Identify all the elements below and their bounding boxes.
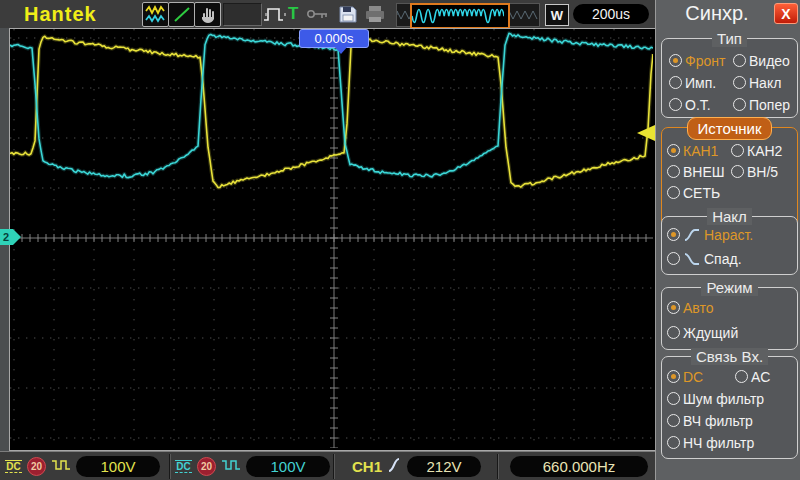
group-title-source: Источник (687, 117, 771, 140)
radio-circle-icon (667, 392, 680, 405)
close-button[interactable]: X (774, 3, 798, 24)
trigger-mode-group: РежимАвтоЖдущий (661, 287, 798, 350)
radio-AC[interactable]: AC (735, 367, 770, 386)
radio-label: Шум фильтр (683, 391, 764, 407)
radio-label: ВЧ фильтр (683, 413, 753, 429)
radio-СЕТЬ[interactable]: СЕТЬ (667, 183, 720, 202)
radio-label: НЧ фильтр (683, 435, 754, 451)
timebase-readout[interactable]: 200us (573, 4, 649, 24)
radio-Видео[interactable]: Видео (733, 51, 790, 70)
ch2-probe-20x-badge: 20 (197, 457, 216, 476)
radio-DC[interactable]: DC (667, 367, 703, 386)
radio-circle-icon (667, 301, 680, 314)
radio-circle-icon (669, 54, 682, 67)
radio-Попер[interactable]: Попер (733, 95, 790, 114)
radio-Нараст.[interactable]: Нараст. (667, 225, 753, 244)
radio-О.Т.[interactable]: О.Т. (669, 95, 711, 114)
radio-Авто[interactable]: Авто (667, 298, 714, 317)
radio-circle-icon (731, 144, 744, 157)
top-toolbar: Hantek (0, 0, 655, 28)
radio-label: СЕТЬ (683, 185, 720, 201)
trigger-t-icon[interactable]: T (288, 2, 298, 25)
radio-circle-icon (731, 165, 744, 178)
radio-label: AC (751, 369, 770, 385)
radio-circle-icon (667, 370, 680, 383)
radio-circle-icon (667, 436, 680, 449)
ch2-bandwidth-icon (221, 458, 241, 476)
radio-circle-icon (669, 98, 682, 111)
radio-Имп.[interactable]: Имп. (669, 73, 716, 92)
frequency-readout[interactable]: 660.000Hz (510, 456, 648, 477)
radio-circle-icon (733, 98, 746, 111)
radio-label: Авто (683, 300, 714, 316)
trigger-position-pointer-icon (334, 46, 348, 54)
rising-edge-icon (683, 228, 701, 242)
ch2-dc-coupling-icon: DC (175, 460, 192, 473)
hand-icon[interactable] (194, 2, 221, 27)
radio-Фронт[interactable]: Фронт (669, 51, 725, 70)
scope-screen (9, 28, 656, 451)
radio-circle-icon (733, 76, 746, 89)
radio-circle-icon (667, 326, 680, 339)
radio-Накл[interactable]: Накл (733, 73, 781, 92)
radio-Спад.[interactable]: Спад. (667, 249, 742, 268)
radio-circle-icon (733, 54, 746, 67)
frequency-status: 660.000Hz (510, 452, 648, 480)
pulse-width-icon[interactable] (262, 2, 288, 25)
oscilloscope-ui: Hantek (0, 0, 800, 480)
input-coupling-group: Связь Вх.DCACШум фильтрВЧ фильтрНЧ фильт… (661, 356, 798, 459)
radio-label: ВНЕШ (683, 164, 725, 180)
panel-title: Синхр. (662, 2, 772, 25)
rising-edge-icon (387, 456, 402, 477)
group-title: Режим (701, 279, 757, 296)
radio-ВН/5[interactable]: ВН/5 (731, 162, 778, 181)
radio-circle-icon (667, 414, 680, 427)
trigger-menu-panel: Синхр. X ТипФронтВидеоИмп.НаклО.Т.Попер … (655, 0, 800, 480)
radio-label: Видео (749, 53, 790, 69)
radio-Ждущий[interactable]: Ждущий (667, 323, 738, 342)
radio-circle-icon (667, 186, 680, 199)
radio-КАН1[interactable]: КАН1 (667, 141, 718, 160)
radio-circle-icon (667, 228, 680, 241)
waveform-preview[interactable] (396, 3, 540, 27)
ch1-bandwidth-icon (51, 458, 71, 476)
preview-wave-icon (412, 7, 504, 25)
falling-edge-icon (683, 252, 701, 266)
save-floppy-icon[interactable] (338, 2, 358, 25)
trigger-level-readout[interactable]: 212V (407, 456, 481, 477)
radio-label: Спад. (704, 251, 742, 267)
radio-КАН2[interactable]: КАН2 (731, 141, 782, 160)
preview-selection-window[interactable] (410, 3, 510, 29)
radio-label: КАН1 (683, 143, 718, 159)
radio-label: Попер (749, 97, 790, 113)
radio-circle-icon (735, 370, 748, 383)
ch1-status: DC 20 100V (5, 452, 160, 480)
cursor-line-icon[interactable] (168, 2, 195, 27)
ch2-scale-readout[interactable]: 100V (246, 456, 330, 477)
radio-circle-icon (669, 76, 682, 89)
radio-ВЧ фильтр[interactable]: ВЧ фильтр (667, 411, 753, 430)
radio-Шум фильтр[interactable]: Шум фильтр (667, 389, 764, 408)
radio-label: Нараст. (704, 227, 753, 243)
trigger-status: CH1 212V (352, 452, 481, 480)
trigger-source-label: CH1 (352, 458, 382, 475)
radio-label: О.Т. (685, 97, 711, 113)
channels-waves-icon[interactable] (142, 2, 169, 27)
radio-ВНЕШ[interactable]: ВНЕШ (667, 162, 725, 181)
key-lock-icon[interactable] (306, 2, 330, 25)
wave-record-w-icon[interactable]: W (545, 4, 569, 26)
ch2-status: DC 20 100V (175, 452, 330, 480)
radio-label: КАН2 (747, 143, 782, 159)
radio-circle-icon (667, 144, 680, 157)
radio-НЧ фильтр[interactable]: НЧ фильтр (667, 433, 754, 452)
status-bar: DC 20 100V DC 20 100V CH1 212V (0, 451, 655, 480)
trigger-type-group: ТипФронтВидеоИмп.НаклО.Т.Попер (661, 38, 798, 118)
toolbar-recessed-panel (223, 3, 262, 26)
hantek-logo: Hantek (24, 3, 97, 26)
radio-label: Ждущий (683, 325, 738, 341)
print-icon[interactable] (364, 2, 386, 25)
radio-label: ВН/5 (747, 164, 778, 180)
radio-label: Фронт (685, 53, 725, 69)
ch1-scale-readout[interactable]: 100V (76, 456, 160, 477)
scope-graticule-and-traces (10, 29, 653, 448)
